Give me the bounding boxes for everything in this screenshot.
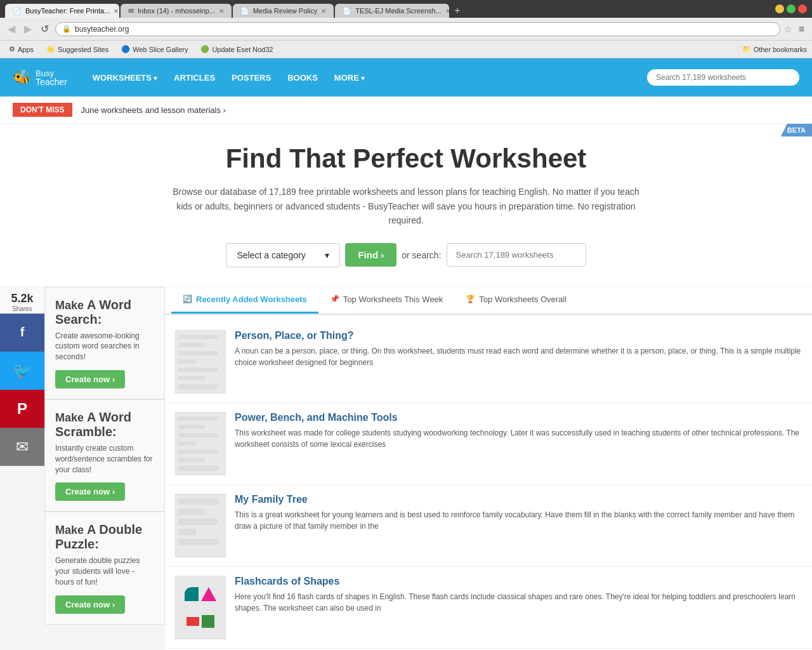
webslice-icon: 🔵 — [121, 45, 130, 53]
dont-miss-bar: DON'T MISS June worksheets and lesson ma… — [0, 96, 812, 124]
hero-search-input[interactable] — [447, 243, 586, 267]
dont-miss-text[interactable]: June worksheets and lesson materials › — [81, 105, 226, 115]
dropdown-chevron-icon: ▾ — [325, 250, 329, 260]
line — [178, 416, 218, 421]
double-puzzle-create-button[interactable]: Create now › — [55, 595, 125, 614]
double-puzzle-title: Make A Double Puzzle: — [55, 522, 154, 552]
nav-articles[interactable]: ARTICLES — [167, 69, 221, 86]
line — [178, 384, 218, 388]
logo-text: Busy Teacher — [36, 69, 67, 86]
line — [178, 351, 218, 355]
hero-title: Find That Perfect Worksheet — [38, 143, 774, 175]
tab-close[interactable]: ✕ — [219, 8, 224, 15]
facebook-icon: f — [20, 325, 25, 340]
reload-button[interactable]: ↺ — [38, 22, 51, 36]
bookmark-webslice[interactable]: 🔵 Web Slice Gallery — [117, 44, 192, 55]
category-dropdown[interactable]: Select a category ▾ — [226, 243, 340, 267]
tab-label: Inbox (14) - mhosseinp... — [138, 7, 215, 15]
shares-label: Shares — [0, 305, 44, 312]
share-count: 5.2k — [0, 292, 44, 305]
recently-added-icon: 🔄 — [183, 295, 192, 303]
title-bar: 📄 BusyTeacher: Free Printa... ✕ ✉ Inbox … — [0, 0, 812, 18]
worksheet-image — [176, 331, 225, 393]
close-button[interactable] — [798, 4, 807, 13]
worksheet-item: Person, Place, or Thing? A noun can be a… — [165, 321, 812, 403]
social-count: 5.2k Shares — [0, 287, 44, 314]
find-button[interactable]: Find › — [345, 243, 396, 267]
menu-button[interactable]: ≡ — [796, 22, 807, 36]
worksheet-title[interactable]: Flashcards of Shapes — [235, 576, 802, 587]
worksheet-description: Here you'll find 16 flash cards of shape… — [235, 591, 802, 614]
eset-icon: 🟢 — [200, 45, 209, 53]
line — [178, 441, 196, 446]
worksheet-title[interactable]: Power, Bench, and Machine Tools — [235, 412, 802, 423]
worksheet-title[interactable]: My Family Tree — [235, 494, 802, 505]
content-area: 🔄 Recently Added Worksheets 📌 Top Worksh… — [165, 287, 812, 650]
word-scramble-desc: Instantly create custom word/sentence sc… — [55, 443, 154, 475]
header-search — [647, 69, 799, 86]
tab-label: BusyTeacher: Free Printa... — [25, 7, 110, 15]
tab-close[interactable]: ✕ — [114, 8, 119, 15]
address-text: busyteacher.org — [75, 25, 129, 34]
line — [178, 425, 205, 429]
maximize-button[interactable] — [787, 4, 796, 13]
email-share-button[interactable]: ✉ — [0, 428, 44, 466]
line — [178, 508, 205, 515]
nav-bar: ◀ ▶ ↺ 🔒 busyteacher.org ☆ ≡ — [0, 18, 812, 41]
header-search-input[interactable] — [647, 69, 799, 86]
site-header: 🐝 Busy Teacher WORKSHEETS ARTICLES POSTE… — [0, 58, 812, 96]
tab-close[interactable]: ✕ — [321, 8, 326, 15]
facebook-share-button[interactable]: f — [0, 314, 44, 352]
forward-button[interactable]: ▶ — [22, 22, 34, 36]
twitter-share-button[interactable]: 🐦 — [0, 352, 44, 390]
tab-close[interactable]: ✕ — [445, 8, 449, 15]
worksheet-image — [176, 576, 225, 639]
word-search-desc: Create awesome-looking custom word searc… — [55, 331, 154, 362]
apps-icon: ⚙ — [9, 45, 15, 53]
email-icon: ✉ — [16, 438, 29, 456]
word-scramble-create-button[interactable]: Create now › — [55, 482, 125, 501]
tab-top-this-week[interactable]: 📌 Top Worksheets This Week — [318, 287, 455, 314]
hero-section: BETA Find That Perfect Worksheet Browse … — [0, 124, 812, 287]
pinterest-share-button[interactable]: P — [0, 390, 44, 428]
nav-books[interactable]: BOOKS — [281, 69, 324, 86]
word-search-card: Make A Word Search: Create awesome-looki… — [44, 287, 165, 399]
other-bookmarks[interactable]: 📁 Other bookmarks — [742, 45, 807, 53]
line — [178, 498, 218, 505]
bookmark-eset[interactable]: 🟢 Update Eset Nod32 — [197, 44, 277, 55]
back-button[interactable]: ◀ — [5, 22, 18, 36]
tab-inbox[interactable]: ✉ Inbox (14) - mhosseinp... ✕ — [121, 4, 232, 18]
line — [178, 359, 196, 364]
tab-favicon: ✉ — [128, 7, 134, 15]
tab-favicon: 📄 — [240, 7, 249, 15]
pinterest-icon: P — [17, 400, 27, 418]
nav-more[interactable]: MORE — [328, 69, 371, 86]
worksheet-content: Person, Place, or Thing? A noun can be a… — [235, 330, 802, 394]
shape-icon — [201, 587, 216, 601]
line — [178, 458, 205, 462]
bookmark-apps[interactable]: ⚙ Apps — [5, 44, 37, 55]
site-logo[interactable]: 🐝 Busy Teacher — [13, 69, 67, 86]
nav-worksheets[interactable]: WORKSHEETS — [86, 69, 164, 86]
nav-posters[interactable]: POSTERS — [225, 69, 277, 86]
address-bar[interactable]: 🔒 busyteacher.org — [55, 22, 780, 36]
tab-media-review[interactable]: 📄 Media Review Policy ✕ — [233, 4, 334, 18]
worksheet-thumbnail — [175, 330, 226, 394]
line — [178, 529, 196, 535]
word-search-create-button[interactable]: Create now › — [55, 370, 125, 388]
main-layout: 5.2k Shares f 🐦 P ✉ — [0, 287, 812, 650]
tab-busyteacher[interactable]: 📄 BusyTeacher: Free Printa... ✕ — [5, 4, 119, 18]
top-overall-icon: 🏆 — [466, 295, 475, 303]
tab-recently-added[interactable]: 🔄 Recently Added Worksheets — [171, 287, 318, 314]
social-panel: 5.2k Shares f 🐦 P ✉ — [0, 287, 44, 650]
worksheet-thumbnail — [175, 412, 226, 475]
line — [178, 519, 218, 525]
new-tab-button[interactable]: + — [450, 4, 464, 18]
bookmark-star[interactable]: ☆ — [784, 24, 792, 34]
beta-badge: BETA — [781, 124, 812, 136]
tab-tesl[interactable]: 📄 TESL-EJ Media Screensh... ✕ — [335, 4, 449, 18]
tab-top-overall[interactable]: 🏆 Top Worksheets Overall — [454, 287, 578, 314]
bookmark-suggested[interactable]: 🌟 Suggested Sites — [43, 44, 112, 55]
minimize-button[interactable] — [775, 4, 784, 13]
worksheet-title[interactable]: Person, Place, or Thing? — [235, 330, 802, 342]
